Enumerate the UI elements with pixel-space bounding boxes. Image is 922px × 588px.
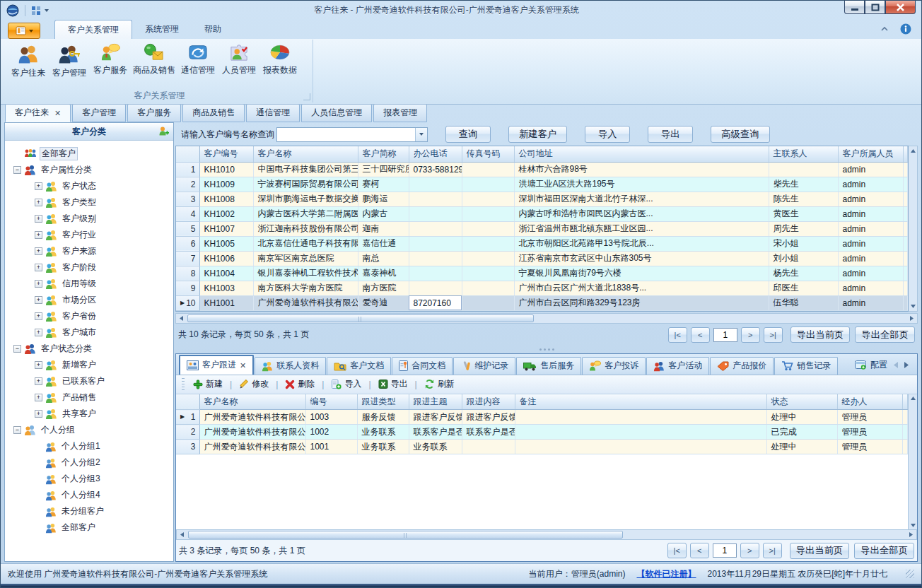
last-page-button[interactable]: >| (764, 327, 783, 343)
doc-tab-客户服务[interactable]: 客户服务 (127, 104, 181, 122)
detail-tab-合同文档[interactable]: 合同文档 (392, 357, 453, 375)
tree-item-个人分组1[interactable]: 个人分组1 (6, 438, 172, 454)
ribbon-tab-客户关系管理[interactable]: 客户关系管理 (54, 20, 132, 40)
expand-node-icon[interactable]: + (35, 296, 42, 304)
expand-node-icon[interactable]: + (35, 199, 42, 206)
ribbon-button-客户往来[interactable]: 客户往来 (8, 42, 49, 81)
toolbar-button-导出[interactable]: 导出 (376, 377, 410, 392)
detail-tab-客户投诉[interactable]: 客户投诉 (582, 357, 646, 375)
table-row[interactable]: 7KH1006南京军区南京总医院南总江苏省南京市玄武区中山东路305号刘小姐ad… (176, 251, 908, 266)
export-current-page-button[interactable]: 导出当前页 (790, 327, 851, 343)
scroll-tabs-right-icon[interactable] (904, 362, 909, 368)
scrollbar-thumb[interactable] (187, 314, 534, 322)
query-button-导入[interactable]: 导入 (585, 126, 630, 143)
tree-item-客户阶段[interactable]: +客户阶段 (6, 259, 172, 276)
expand-node-icon[interactable]: + (35, 361, 42, 369)
page-input[interactable] (713, 543, 737, 558)
resize-grip[interactable] (906, 570, 914, 578)
table-row[interactable]: 2广州爱奇迪软件科技有限公司1002业务联系联系客户是否...联系客户是否...… (176, 425, 908, 440)
column-header[interactable]: 客户名称 (199, 394, 305, 410)
query-button-导出[interactable]: 导出 (648, 126, 693, 143)
toolbar-button-删除[interactable]: 删除 (283, 377, 317, 392)
doc-tab-客户往来[interactable]: 客户往来✕ (5, 104, 71, 122)
toolbar-button-导入[interactable]: 导入 (329, 377, 363, 392)
expand-node-icon[interactable]: + (35, 231, 42, 239)
doc-tab-通信管理[interactable]: 通信管理 (246, 104, 300, 122)
export-current-page-button[interactable]: 导出当前页 (790, 543, 850, 559)
expand-node-icon[interactable]: + (35, 264, 42, 271)
table-row[interactable]: 6KH1005北京嘉信仕通电子科技有限公司嘉信仕通北京市朝阳区北苑路甲13号院北… (176, 236, 908, 251)
doc-tab-人员信息管理[interactable]: 人员信息管理 (301, 104, 372, 122)
customer-search-combo[interactable] (276, 127, 428, 142)
tree-item-客户状态[interactable]: +客户状态 (6, 178, 172, 194)
tree-item-客户行业[interactable]: +客户行业 (6, 227, 172, 243)
detail-tab-售后服务[interactable]: 售后服务 (516, 357, 581, 375)
page-input[interactable] (713, 328, 737, 342)
vertical-scrollbar[interactable] (908, 394, 917, 530)
table-row[interactable]: 9KH1003南方医科大学南方医院南方医院广州市白云区广州大道北1838号...… (176, 281, 908, 295)
expand-node-icon[interactable]: + (35, 377, 42, 385)
expand-node-icon[interactable]: + (35, 394, 42, 401)
layout-grid-icon[interactable] (31, 6, 41, 16)
tree-item-全部客户[interactable]: 全部客户 (6, 146, 172, 162)
ribbon-button-客户服务[interactable]: 客户服务 (90, 42, 131, 81)
detail-tab-销售记录[interactable]: 销售记录 (774, 357, 838, 375)
first-page-button[interactable]: |< (667, 543, 687, 558)
tree-item-未分组客户[interactable]: 未分组客户 (6, 503, 172, 519)
doc-tab-客户管理[interactable]: 客户管理 (72, 104, 126, 122)
expand-node-icon[interactable]: + (35, 280, 42, 288)
column-header[interactable]: 公司地址 (514, 146, 769, 162)
table-row[interactable]: 8KH1004银川嘉泰神机工程软件技术有限公司嘉泰神机宁夏银川凤凰南街79号六楼… (176, 266, 908, 281)
collapse-node-icon[interactable]: − (13, 426, 21, 434)
tree-item-个人分组3[interactable]: 个人分组3 (6, 471, 172, 487)
vertical-scrollbar[interactable] (909, 146, 918, 312)
next-page-button[interactable]: > (740, 543, 759, 558)
toolbar-button-新建[interactable]: 新建 (191, 377, 225, 392)
close-button[interactable] (885, 1, 916, 14)
table-row[interactable]: 3KH1008深圳市鹏海运电子数据交换有限公司鹏海运深圳市福田区深南大道北竹子林… (176, 192, 908, 206)
toolbar-button-刷新[interactable]: 刷新 (422, 377, 457, 392)
collapse-ribbon-icon[interactable] (880, 26, 889, 32)
detail-tab-客户活动[interactable]: 客户活动 (646, 357, 709, 375)
doc-tab-报表管理[interactable]: 报表管理 (373, 104, 427, 122)
license-link[interactable]: 【软件已注册】 (636, 568, 696, 580)
tree-item-客户省份[interactable]: +客户省份 (6, 308, 172, 324)
expand-node-icon[interactable]: + (35, 329, 42, 336)
query-button-查询[interactable]: 查询 (445, 126, 491, 143)
detail-tab-客户跟进[interactable]: 客户跟进✕ (179, 355, 254, 375)
scroll-up-icon[interactable] (909, 394, 917, 403)
first-page-button[interactable]: |< (668, 327, 687, 343)
expand-node-icon[interactable]: + (35, 410, 42, 418)
column-header[interactable]: 经办人 (837, 394, 902, 410)
detail-tab-客户文档[interactable]: 客户文档 (327, 357, 391, 375)
table-row[interactable]: ▶10KH1001广州爱奇迪软件科技有限公司爱奇迪87207160广州市白云区同… (176, 295, 908, 310)
ribbon-tab-系统管理[interactable]: 系统管理 (132, 20, 192, 40)
ribbon-button-人员管理[interactable]: 人员管理 (218, 42, 259, 81)
next-page-button[interactable]: > (741, 327, 760, 343)
tree-item-产品销售[interactable]: +产品销售 (6, 389, 172, 406)
scroll-left-icon[interactable] (177, 530, 187, 539)
dialog-launcher-icon[interactable] (303, 93, 310, 100)
scroll-right-icon[interactable] (906, 314, 917, 323)
tree-item-客户级别[interactable]: +客户级别 (6, 211, 172, 227)
help-info-icon[interactable] (900, 23, 911, 35)
tree-item-客户状态分类[interactable]: −客户状态分类 (6, 341, 172, 357)
close-tab-icon[interactable]: ✕ (54, 110, 61, 117)
column-header[interactable]: 状态 (766, 394, 837, 410)
expand-node-icon[interactable]: + (35, 312, 42, 320)
column-header[interactable]: 客户名称 (253, 146, 358, 162)
table-row[interactable]: ▶1广州爱奇迪软件科技有限公司1003服务反馈跟进客户反馈...跟进客户反馈..… (176, 410, 908, 425)
ribbon-tab-帮助[interactable]: 帮助 (192, 20, 234, 40)
application-menu-button[interactable] (8, 23, 40, 39)
scrollbar-thumb[interactable] (188, 531, 623, 539)
tree-item-个人分组4[interactable]: 个人分组4 (6, 487, 172, 503)
maximize-button[interactable] (865, 1, 885, 14)
column-header[interactable]: 办公电话 (409, 146, 462, 162)
column-header[interactable]: 备注 (515, 394, 766, 410)
ribbon-button-商品及销售[interactable]: 商品及销售 (131, 42, 177, 81)
collapse-node-icon[interactable]: − (13, 345, 21, 353)
column-header[interactable]: 主联系人 (769, 146, 838, 162)
combo-dropdown-button[interactable] (415, 128, 427, 141)
table-row[interactable]: 4KH1002内蒙古医科大学第二附属医院内蒙古内蒙古呼和浩特市回民区内蒙古医..… (176, 206, 908, 221)
tree-item-客户来源[interactable]: +客户来源 (6, 243, 172, 259)
